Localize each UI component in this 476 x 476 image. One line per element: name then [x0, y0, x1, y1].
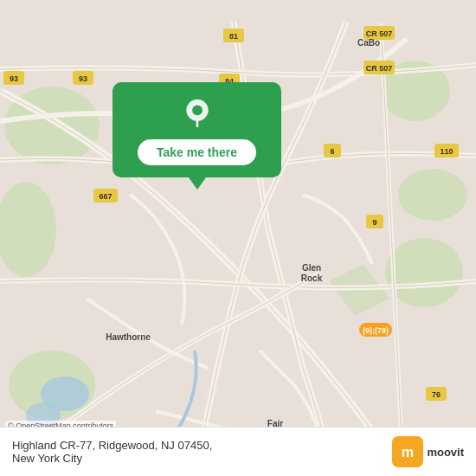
svg-text:CR 507: CR 507 [366, 64, 393, 73]
svg-text:9: 9 [372, 218, 376, 227]
svg-text:93: 93 [10, 74, 18, 83]
svg-point-5 [385, 238, 463, 307]
svg-text:Rock: Rock [301, 273, 323, 283]
svg-text:Glen: Glen [302, 263, 321, 273]
svg-text:110: 110 [440, 147, 453, 156]
svg-point-42 [192, 105, 203, 115]
take-me-there-button[interactable]: Take me there [138, 139, 256, 165]
svg-text:81: 81 [229, 32, 238, 41]
svg-text:6: 6 [330, 147, 334, 156]
moovit-logo: m moovit [392, 436, 464, 467]
address-info: Highland CR-77, Ridgewood, NJ 07450, New… [12, 439, 212, 465]
location-pin-icon [181, 98, 214, 131]
svg-text:Hawthorne: Hawthorne [106, 332, 151, 342]
svg-text:93: 93 [79, 74, 87, 83]
svg-text:667: 667 [99, 192, 112, 201]
svg-text:CaBo: CaBo [357, 38, 380, 48]
svg-text:(9);(79): (9);(79) [363, 326, 389, 335]
svg-point-4 [398, 169, 467, 221]
city-line: New York City [12, 452, 212, 465]
address-line: Highland CR-77, Ridgewood, NJ 07450, [12, 439, 212, 452]
moovit-text: moovit [427, 446, 464, 459]
svg-text:m: m [402, 444, 414, 460]
map-container: 81 93 93 84 CR 507 CR 507 6 667 9 110 (9… [0, 0, 476, 476]
moovit-icon: m [392, 436, 423, 467]
bottom-bar: Highland CR-77, Ridgewood, NJ 07450, New… [0, 427, 476, 476]
popup-card: Take me there [113, 82, 281, 177]
svg-text:76: 76 [432, 390, 441, 399]
svg-text:CR 507: CR 507 [366, 29, 393, 38]
